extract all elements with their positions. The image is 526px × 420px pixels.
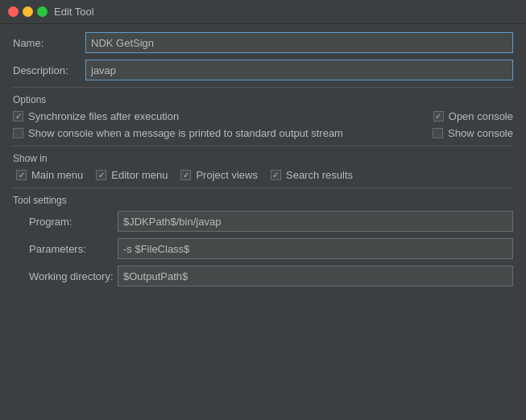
working-dir-row: Working directory: [13,266,513,286]
maximize-button[interactable] [37,6,48,17]
program-label: Program: [13,216,118,228]
name-label: Name: [13,37,85,49]
editor-menu-checkbox[interactable] [96,170,106,180]
show-in-section: Show in Main menu Editor menu Project vi… [13,153,513,181]
show-in-label: Show in [13,153,513,164]
options-label: Options [13,94,513,105]
search-results-group: Search results [271,169,353,181]
working-dir-label: Working directory: [13,270,118,282]
show-console-checkbox[interactable] [433,128,443,138]
show-in-row: Main menu Editor menu Project views Sear… [16,169,513,181]
open-console-label: Open console [449,110,513,122]
show-console-msg-label: Show console when a message is printed t… [28,127,343,139]
show-console-group: Show console [433,127,513,139]
description-row: Description: [13,60,513,80]
parameters-label: Parameters: [13,243,118,255]
options-row-1: Synchronize files after execution Open c… [13,110,513,122]
show-console-msg-checkbox[interactable] [13,128,23,138]
title-bar: Edit Tool [0,0,526,24]
options-row-2: Show console when a message is printed t… [13,127,513,139]
minimize-button[interactable] [23,6,33,17]
project-views-group: Project views [180,169,258,181]
show-console-msg-group: Show console when a message is printed t… [13,127,343,139]
window-controls[interactable] [8,6,48,17]
program-row: Program: [13,211,513,232]
options-section: Options Synchronize files after executio… [13,94,513,139]
project-views-checkbox[interactable] [180,170,191,180]
working-dir-input[interactable] [118,266,513,286]
sync-files-checkbox[interactable] [13,111,23,121]
show-console-label: Show console [448,127,513,139]
dialog-body: Name: Description: Options Synchronize f… [0,24,526,301]
name-row: Name: [13,32,513,53]
editor-menu-group: Editor menu [96,169,168,181]
parameters-row: Parameters: [13,238,513,259]
main-menu-checkbox[interactable] [16,170,27,180]
tool-settings-label: Tool settings [13,195,513,206]
main-menu-label: Main menu [31,169,83,181]
open-console-checkbox[interactable] [433,111,444,121]
open-console-group: Open console [433,110,513,122]
window-title: Edit Tool [54,6,94,18]
close-button[interactable] [8,6,19,17]
parameters-input[interactable] [118,238,513,259]
editor-menu-label: Editor menu [111,169,168,181]
description-input[interactable] [85,60,513,80]
description-label: Description: [13,64,85,76]
search-results-checkbox[interactable] [271,170,281,180]
sync-files-label: Synchronize files after execution [28,110,179,122]
program-input[interactable] [118,211,513,232]
tool-settings-section: Tool settings Program: Parameters: Worki… [13,195,513,286]
project-views-label: Project views [196,169,258,181]
name-input[interactable] [85,32,513,53]
main-menu-group: Main menu [16,169,83,181]
search-results-label: Search results [286,169,353,181]
sync-files-group: Synchronize files after execution [13,110,179,122]
